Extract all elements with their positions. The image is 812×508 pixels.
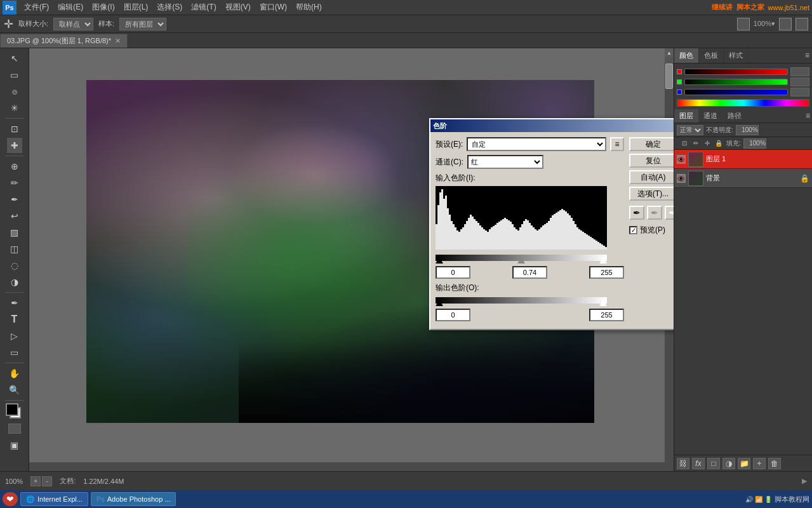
clone-tool[interactable]: ✒ xyxy=(7,192,22,207)
screen-mode-btn[interactable]: ▣ xyxy=(7,438,22,453)
output-white-value[interactable] xyxy=(589,309,624,321)
mid-slider-thumb[interactable] xyxy=(517,257,525,264)
menu-help[interactable]: 帮助(H) xyxy=(292,1,326,14)
text-tool[interactable]: T xyxy=(7,312,22,327)
layers-panel-menu-icon[interactable]: ≡ xyxy=(804,109,812,123)
red-slider-track[interactable] xyxy=(684,69,788,75)
input-white-value[interactable] xyxy=(589,266,624,279)
brush-tool[interactable]: ✏ xyxy=(7,175,22,190)
styles-tab[interactable]: 样式 xyxy=(724,48,749,63)
layer-delete-btn[interactable]: 🗑 xyxy=(768,458,781,469)
canvas-scroll-h[interactable] xyxy=(29,462,665,471)
preset-menu-btn[interactable]: ≡ xyxy=(610,137,624,151)
menu-image[interactable]: 图像(I) xyxy=(88,1,118,14)
ok-button[interactable]: 确定 xyxy=(629,137,674,151)
red-value-input[interactable] xyxy=(790,67,809,76)
gradient-tool[interactable]: ◫ xyxy=(7,241,22,257)
path-tool[interactable]: ▷ xyxy=(7,328,22,344)
move-tool[interactable]: ↖ xyxy=(7,51,22,66)
panel-menu-icon[interactable]: ≡ xyxy=(802,48,812,63)
start-btn[interactable]: ❤ xyxy=(3,492,18,506)
menu-filter[interactable]: 滤镜(T) xyxy=(187,1,220,14)
lock-all-icon[interactable]: 🔒 xyxy=(714,138,724,149)
tab-close-btn[interactable]: ✕ xyxy=(115,37,121,45)
output-white-thumb[interactable] xyxy=(599,300,607,306)
blur-tool[interactable]: ◌ xyxy=(7,258,22,273)
green-value-input[interactable] xyxy=(790,77,809,86)
magic-wand-tool[interactable]: ✳ xyxy=(7,100,22,116)
white-slider-thumb[interactable] xyxy=(599,257,607,264)
layer-row-1[interactable]: 👁 图层 1 xyxy=(674,150,812,169)
color-swatches[interactable] xyxy=(6,403,23,421)
fill-input[interactable] xyxy=(743,138,766,149)
black-slider-thumb[interactable] xyxy=(436,257,443,264)
layer-fx-btn[interactable]: fx xyxy=(692,458,705,469)
eraser-tool[interactable]: ▨ xyxy=(7,225,22,240)
lock-position-icon[interactable]: ✛ xyxy=(702,138,712,149)
history-brush-tool[interactable]: ↩ xyxy=(7,208,22,224)
output-black-thumb[interactable] xyxy=(436,300,443,306)
black-eyedropper-btn[interactable]: ✒ xyxy=(629,206,644,220)
layer-new-btn[interactable]: + xyxy=(753,458,766,469)
sample-size-select[interactable]: 取样点 xyxy=(53,18,93,30)
channel-select[interactable]: 红 xyxy=(467,155,543,169)
blue-value-input[interactable] xyxy=(790,88,809,97)
shape-tool[interactable]: ▭ xyxy=(7,345,22,360)
swatches-tab[interactable]: 色板 xyxy=(699,48,724,63)
nav-arrow-right[interactable]: ▶ xyxy=(802,477,807,485)
channels-tab[interactable]: 通道 xyxy=(698,109,722,123)
hand-tool[interactable]: ✋ xyxy=(7,366,22,381)
auto-button[interactable]: 自动(A) xyxy=(629,170,674,184)
layers-tab[interactable]: 图层 xyxy=(674,109,698,123)
lock-image-icon[interactable]: ✏ xyxy=(691,138,701,149)
layer-group-btn[interactable]: 📁 xyxy=(738,458,750,469)
lock-transparent-icon[interactable]: ⊡ xyxy=(679,138,689,149)
blue-slider-track[interactable] xyxy=(684,89,788,95)
document-tab[interactable]: 03.JPG @ 100%(图层 1, RGB/8)* ✕ xyxy=(0,34,128,48)
marquee-tool[interactable]: ▭ xyxy=(7,67,22,83)
heal-tool[interactable]: ⊕ xyxy=(7,159,22,174)
opacity-input[interactable] xyxy=(736,125,759,135)
input-slider-area[interactable] xyxy=(436,252,607,264)
input-black-value[interactable] xyxy=(436,266,470,279)
scroll-up-btn[interactable]: ▲ xyxy=(665,48,674,57)
layer-adj-btn[interactable]: ◑ xyxy=(722,458,735,469)
eyedropper-tool[interactable]: ✚ xyxy=(7,138,22,153)
white-eyedropper-btn[interactable]: ✒ xyxy=(665,206,674,220)
mask-icon[interactable] xyxy=(8,424,21,434)
menu-select[interactable]: 选择(S) xyxy=(153,1,186,14)
paths-tab[interactable]: 路径 xyxy=(722,109,747,123)
color-tab[interactable]: 颜色 xyxy=(674,48,699,63)
output-slider-area[interactable] xyxy=(436,295,607,306)
crop-tool[interactable]: ⊡ xyxy=(7,121,22,137)
input-mid-value[interactable] xyxy=(512,266,547,279)
preset-select[interactable]: 自定 xyxy=(467,137,606,151)
reset-button[interactable]: 复位 xyxy=(629,154,674,168)
pen-tool[interactable]: ✒ xyxy=(7,295,22,311)
preview-checkbox[interactable]: ✓ xyxy=(629,226,637,234)
menu-window[interactable]: 窗口(W) xyxy=(256,1,291,14)
foreground-color[interactable] xyxy=(6,403,18,416)
layer-visibility-bg[interactable]: 👁 xyxy=(677,174,686,183)
green-slider-track[interactable] xyxy=(684,79,788,85)
menu-edit[interactable]: 编辑(E) xyxy=(54,1,87,14)
menu-file[interactable]: 文件(F) xyxy=(20,1,53,14)
sample-from-select[interactable]: 所有图层 xyxy=(119,18,166,30)
lasso-tool[interactable]: ⌾ xyxy=(7,84,22,99)
layer-visibility-1[interactable]: 👁 xyxy=(677,155,686,164)
blend-mode-select[interactable]: 正常 xyxy=(677,125,703,135)
options-button[interactable]: 选项(T)... xyxy=(629,187,674,201)
scroll-thumb-v[interactable] xyxy=(665,64,673,89)
ps-taskbar-btn[interactable]: Ps Adobe Photoshop ... xyxy=(91,492,176,506)
layer-mask-btn[interactable]: □ xyxy=(707,458,720,469)
ie-taskbar-btn[interactable]: 🌐 Internet Expl... xyxy=(20,492,88,506)
zoom-out-icon[interactable]: - xyxy=(42,476,52,486)
menu-view[interactable]: 视图(V) xyxy=(222,1,255,14)
dodge-tool[interactable]: ◑ xyxy=(7,274,22,290)
layer-link-btn[interactable]: ⛓ xyxy=(677,458,689,469)
gray-eyedropper-btn[interactable]: ✒ xyxy=(647,206,662,220)
zoom-in-icon[interactable]: + xyxy=(30,476,41,486)
menu-layer[interactable]: 图层(L) xyxy=(120,1,152,14)
color-spectrum-bar[interactable] xyxy=(677,99,809,107)
layer-row-bg[interactable]: 👁 背景 🔒 xyxy=(674,169,812,188)
